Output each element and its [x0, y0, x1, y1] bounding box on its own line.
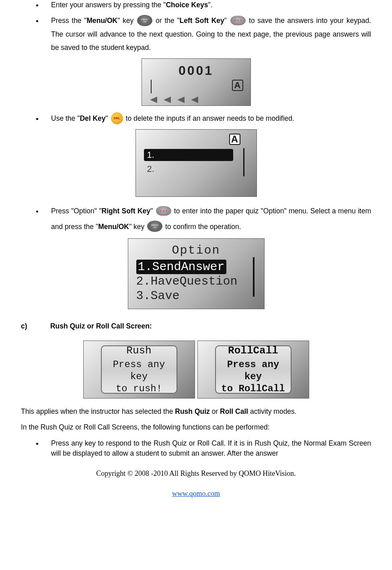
rollcall-screen: RollCall Press any key to RollCall: [197, 341, 309, 399]
mode-indicator: A: [232, 80, 243, 91]
rush-applies-paragraph: This applies when the instructor has sel…: [21, 407, 371, 417]
bullet-menu-ok: Press the "Menu/OK" key MENU OK or the "…: [43, 14, 371, 54]
mode-indicator: A: [229, 134, 240, 145]
cursor-icon: [253, 257, 254, 297]
option-2: 2.HaveQuestion: [128, 274, 264, 289]
del-key-icon: DEL: [111, 112, 123, 124]
rush-screen: Rush Press any key to rush!: [83, 341, 195, 399]
rush-functions-intro: In the Rush Quiz or Roll Call Screens, t…: [21, 422, 371, 432]
left-soft-key-icon: [230, 16, 246, 25]
cursor-icon: [243, 148, 244, 176]
footer-copyright: Copyright © 2008 -2010 All Rights Reserv…: [21, 468, 371, 479]
bullet-choice-keys: Enter your answers by pressing the "Choi…: [43, 0, 371, 10]
footer-url-link[interactable]: www.qomo.com: [172, 489, 220, 498]
answer-row-1: 1.: [144, 149, 233, 161]
cursor-icon: [151, 80, 152, 93]
keypad-screen-answerlist: A 1. 2.: [21, 129, 371, 197]
bullet-del-key: Use the "Del Key" DEL to delete the inpu…: [43, 112, 371, 125]
arrow-icons: [150, 97, 198, 103]
menu-ok-key-icon: MENU OK: [137, 15, 152, 26]
menu-ok-key-icon: MENU OK: [147, 221, 162, 232]
screen1-number: 0001: [142, 59, 250, 80]
bullet-press-any-key: Press any key to respond to the Rush Qui…: [43, 438, 371, 459]
right-soft-key-icon: [156, 206, 171, 216]
option-3: 3.Save: [128, 289, 264, 303]
answer-row-2: 2.: [147, 163, 154, 176]
option-1-selected: 1.SendAnswer: [136, 260, 226, 274]
section-c-heading: c) Rush Quiz or Roll Call Screen:: [21, 321, 371, 331]
keypad-screen-option: Option 1.SendAnswer 2.HaveQuestion 3.Sav…: [21, 238, 371, 309]
bullet-option-menu: Press "Option" "Right Soft Key" to enter…: [43, 203, 371, 234]
option-title: Option: [128, 239, 264, 260]
keypad-screen-0001: 0001 A: [21, 58, 371, 106]
